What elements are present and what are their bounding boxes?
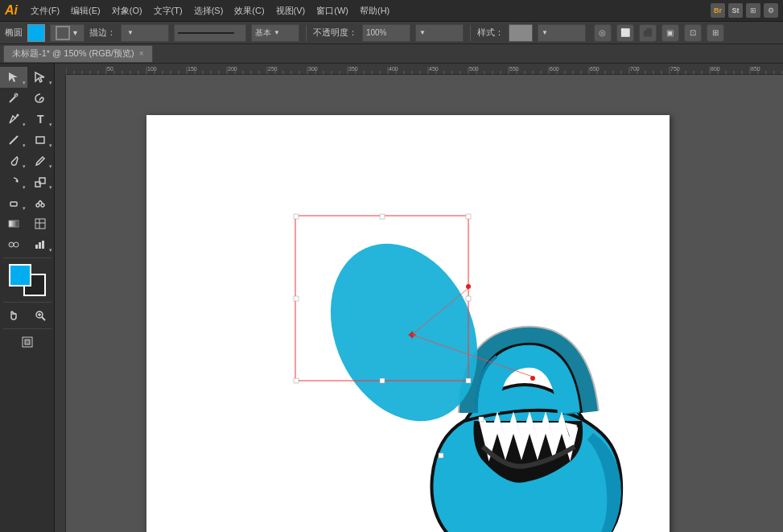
direct-select-tool[interactable]: ▾ (27, 67, 55, 88)
artwork-svg (66, 75, 783, 532)
tool-row-wand (0, 88, 54, 109)
rotate-tool[interactable]: ▾ (0, 171, 27, 192)
svg-line-2 (10, 97, 15, 102)
menu-help[interactable]: 帮助(H) (355, 3, 394, 19)
toolbar-separator2 (3, 302, 52, 303)
workspace-button[interactable]: ⊞ (746, 3, 760, 18)
line-type-dropdown[interactable]: 基本 ▼ (251, 24, 299, 42)
app-logo: Ai (5, 3, 18, 18)
pencil-tool[interactable]: ▾ (27, 151, 55, 171)
svg-rect-152 (466, 378, 471, 383)
stroke-width-dropdown[interactable]: ▼ (121, 24, 169, 42)
text-tool[interactable]: T ▾ (27, 109, 55, 130)
gradient-tool[interactable] (0, 213, 27, 234)
chevron-down-icon: ▼ (72, 29, 79, 37)
tool-row-rotate: ▾ ▾ (0, 171, 54, 192)
tool-row-pen: ▾ T ▾ (0, 109, 54, 130)
fill-color-swatch[interactable] (27, 24, 45, 42)
zoom-tool[interactable] (27, 305, 55, 326)
menu-file[interactable]: 文件(F) (26, 3, 64, 19)
tool-row-hand (0, 305, 54, 326)
stroke-icon (56, 26, 70, 40)
svg-rect-150 (466, 214, 471, 219)
tab-bar: 未标题-1* @ 150% (RGB/预览) × (0, 44, 783, 64)
pen-tool-arrow: ▾ (23, 122, 26, 128)
brush-tool[interactable]: ▾ (0, 151, 27, 171)
chart-tool[interactable]: ▾ (27, 234, 55, 255)
edit-artboard-tool[interactable] (0, 332, 54, 353)
stroke-label: 描边： (89, 27, 116, 39)
text-icon: T (37, 113, 44, 126)
svg-rect-149 (294, 214, 299, 219)
style-dropdown[interactable]: ▼ (538, 24, 586, 42)
stroke-tool-btn[interactable]: ▼ (50, 24, 84, 42)
magic-wand-tool[interactable] (0, 88, 27, 109)
vertical-ruler (55, 75, 66, 532)
select-tool-arrow: ▾ (23, 80, 26, 86)
line-tool-arrow: ▾ (23, 142, 26, 149)
fill-swatch[interactable] (9, 264, 31, 287)
svg-text:800: 800 (711, 66, 720, 72)
menu-type[interactable]: 文字(T) (149, 3, 188, 19)
menu-object[interactable]: 对象(O) (107, 3, 147, 19)
svg-text:700: 700 (630, 66, 640, 72)
svg-text:100: 100 (147, 66, 157, 72)
eraser-tool[interactable]: ▾ (0, 192, 27, 213)
svg-text:400: 400 (389, 66, 398, 72)
menu-bar: 文件(F) 编辑(E) 对象(O) 文字(T) 选择(S) 效果(C) 视图(V… (26, 3, 394, 19)
svg-rect-156 (466, 296, 471, 301)
brush-tool-arrow: ▾ (23, 163, 26, 170)
align-btn2[interactable]: ⬛ (639, 24, 657, 42)
svg-line-26 (42, 317, 45, 320)
align-btn1[interactable]: ⬜ (616, 24, 634, 42)
document-tab[interactable]: 未标题-1* @ 150% (RGB/预览) × (3, 45, 153, 63)
align-btn4[interactable]: ⊡ (684, 24, 702, 42)
pen-tool[interactable]: ▾ (0, 109, 27, 130)
opacity-label: 不透明度： (313, 27, 357, 39)
extra-button[interactable]: ⚙ (764, 3, 778, 18)
eraser-tool-arrow: ▾ (23, 205, 26, 212)
scale-tool[interactable]: ▾ (27, 171, 55, 192)
bridge-button[interactable]: Br (711, 3, 725, 18)
toolbar: ▾ ▾ ▾ T ▾ (0, 64, 55, 532)
select-tool[interactable]: ▾ (0, 67, 27, 88)
canvas-container: 5010015020025030035040045050055060065070… (55, 64, 783, 532)
mesh-tool[interactable] (27, 213, 55, 234)
scissors-tool[interactable] (27, 192, 55, 213)
horizontal-ruler: 5010015020025030035040045050055060065070… (66, 64, 783, 75)
align-btn5[interactable]: ⊞ (707, 24, 724, 42)
svg-text:150: 150 (188, 66, 197, 72)
align-btn3[interactable]: ▣ (661, 24, 679, 42)
svg-text:300: 300 (308, 66, 318, 72)
tool-row-select: ▾ ▾ (0, 67, 54, 88)
menu-effect[interactable]: 效果(C) (229, 3, 269, 19)
style-swatch[interactable] (509, 24, 533, 42)
scale-tool-arrow: ▾ (49, 184, 52, 191)
svg-line-15 (40, 200, 43, 204)
opacity-dropdown[interactable]: ▼ (415, 24, 464, 42)
menu-edit[interactable]: 编辑(E) (66, 3, 105, 19)
bridge-icons: Br St ⊞ ⚙ (711, 3, 778, 18)
menu-view[interactable]: 视图(V) (271, 3, 311, 19)
menu-window[interactable]: 窗口(W) (311, 3, 353, 19)
menu-select[interactable]: 选择(S) (189, 3, 229, 19)
tab-close-button[interactable]: × (139, 49, 144, 58)
ruler-corner (55, 64, 66, 75)
svg-text:650: 650 (590, 66, 600, 72)
svg-rect-24 (42, 241, 44, 249)
blend-tool[interactable] (0, 234, 27, 255)
line-type-value: 基本 (255, 27, 271, 39)
opacity-field[interactable]: 100% (362, 24, 410, 42)
rect-tool[interactable]: ▾ (27, 130, 55, 151)
canvas-area[interactable] (66, 75, 783, 532)
lasso-tool[interactable] (27, 88, 55, 109)
opacity-effect-btn[interactable]: ◎ (594, 24, 612, 42)
pencil-tool-arrow: ▾ (49, 163, 52, 170)
separator1 (306, 25, 307, 41)
hand-tool[interactable] (0, 305, 27, 326)
svg-text:50: 50 (107, 66, 113, 72)
svg-rect-155 (294, 296, 299, 301)
separator2 (470, 25, 471, 41)
stock-button[interactable]: St (728, 3, 743, 18)
line-tool[interactable]: ▾ (0, 130, 27, 151)
